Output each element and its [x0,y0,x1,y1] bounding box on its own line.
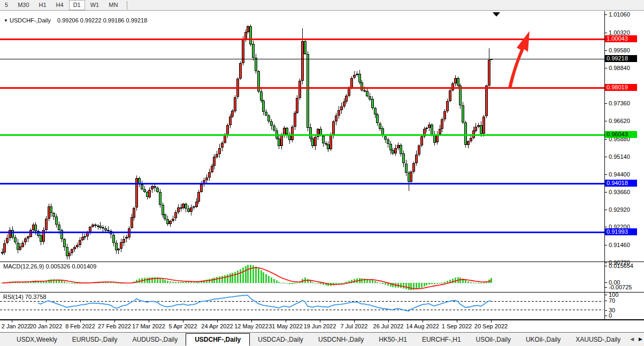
chart-tab-hk50-h1[interactable]: HK50-,H1 [372,334,414,345]
price-axis-tick [604,263,607,263]
price-axis-label: 1.01060 [609,11,630,18]
price-axis-label: 0.92920 [609,206,630,213]
price-axis-label: 0.96620 [609,118,630,124]
chart-tabs-bar: USDX,WeeklyEURUSD-,DailyAUDUSD-,DailyUSD… [0,332,644,346]
timeframe-button-w1[interactable]: W1 [86,0,104,10]
price-level-badge: 1.00043 [605,35,637,42]
price-axis-label: 0.95140 [609,153,630,160]
chart-title: ▼ USDCHF-,Daily 0.99206 0.99222 0.99186 … [4,17,147,24]
tab-scroll-arrows: ◀ ▶ [630,336,642,342]
date-axis-tick [183,320,183,322]
price-axis-tick [604,227,607,227]
price-level-badge: 0.99218 [605,55,637,62]
price-axis-tick [604,121,607,121]
title-collapse-icon[interactable]: ▼ [4,18,8,23]
date-axis-tick [354,320,355,322]
chart-symbol-period: USDCHF-,Daily [10,17,51,24]
chart-tab-usdcad-daily[interactable]: USDCAD-,Daily [251,334,310,345]
price-level-badge: 0.98019 [605,84,637,91]
price-axis-tick [604,192,607,193]
price-axis-label: 0.93660 [609,189,630,195]
chart-tab-ukoil-daily[interactable]: UKOil-,Daily [519,334,568,345]
date-axis-tick [114,320,115,322]
rsi-canvas[interactable] [0,293,604,319]
chart-tab-usoil-daily[interactable]: USOil-,Daily [469,334,518,345]
last-bar-marker-icon [493,12,500,17]
toolbar-separator [127,1,127,10]
timeframe-button-mn[interactable]: MN [104,0,122,10]
macd-axis-label: -0.00725 [609,284,632,290]
date-axis-tick [388,320,389,322]
rsi-axis-label: 0 [609,312,612,319]
timeframe-button-h4[interactable]: H4 [52,0,68,10]
chart-tab-eurusd-daily[interactable]: EURUSD-,Daily [65,334,125,345]
price-axis-tick [604,14,607,15]
timeframe-button-h1[interactable]: H1 [35,0,51,10]
date-axis-tick [286,320,286,322]
price-axis-tick [604,174,607,175]
chart-tab-usdcnh-daily[interactable]: USDCNH-,Daily [311,334,371,345]
price-axis-tick [604,157,607,157]
price-axis-label: 0.99580 [609,47,630,53]
price-axis-label: 0.98840 [609,65,630,71]
tab-scroll-left-icon[interactable]: ◀ [630,336,634,342]
timeframe-button-d1[interactable]: D1 [69,0,85,10]
rsi-indicator-pane: RSI(14) 70.3758 [0,293,644,320]
date-axis-tick [80,320,81,322]
price-level-badge: 0.94018 [605,180,637,187]
date-axis-tick [149,320,149,322]
macd-axis-label-tick [604,266,607,266]
date-axis-label: 20 Sep 2022 [467,323,515,329]
chart-tab-usdchf-daily[interactable]: USDCHF-,Daily [186,333,250,346]
macd-axis-label: 0.015654 [609,263,633,269]
date-axis-tick [251,320,252,322]
date-axis-tick [423,320,423,322]
timeframe-button-m30[interactable]: M30 [13,0,33,10]
date-axis-tick [491,320,492,322]
price-axis-tick [604,103,607,104]
rsi-axis-label-tick [604,316,607,316]
rsi-axis-label-tick [604,301,607,301]
rsi-axis-label: 70 [609,297,615,304]
horizontal-level-line[interactable] [0,134,604,136]
chart-tab-xauusd-daily[interactable]: XAUUSD-,Daily [569,334,620,345]
price-axis-tick [604,68,607,68]
price-axis-tick [604,50,607,51]
horizontal-level-line[interactable] [0,232,604,233]
rsi-label: RSI(14) 70.3758 [3,294,47,300]
price-level-badge: 0.91993 [605,228,637,235]
macd-label: MACD(12,26,9) 0.005326 0.001409 [3,263,96,270]
mt4-chart-window: 5M30H1H4D1W1MN ▼ USDCHF-,Daily 0.99206 0… [0,0,644,346]
price-axis-label: 0.97360 [609,100,630,106]
price-axis-label: 0.94400 [609,171,630,178]
timeframe-button-5[interactable]: 5 [1,0,12,10]
rsi-axis-label-tick [604,310,607,311]
rsi-axis-label-tick [604,295,607,295]
price-chart-pane: ▼ USDCHF-,Daily 0.99206 0.99222 0.99186 … [0,11,644,262]
date-axis-tick [457,320,457,322]
chart-tab-eurchf-h1[interactable]: EURCHF-,H1 [415,334,468,345]
date-axis-tick [217,320,218,322]
price-level-badge: 0.96043 [605,131,637,138]
date-axis[interactable]: 2 Jan 202220 Jan 20228 Feb 202227 Feb 20… [0,320,644,332]
date-axis-tick [320,320,320,322]
chart-tabs-row: USDX,WeeklyEURUSD-,DailyAUDUSD-,DailyUSD… [0,333,620,346]
timeframe-toolbar: 5M30H1H4D1W1MN [0,0,644,11]
macd-axis-label-tick [604,287,607,288]
chart-tab-usdx-weekly[interactable]: USDX,Weekly [10,334,64,345]
chart-ohlc-values: 0.99206 0.99222 0.99186 0.99218 [57,17,147,24]
macd-axis-label-tick [604,282,607,283]
macd-indicator-pane: MACD(12,26,9) 0.005326 0.001409 [0,262,644,293]
price-axis-tick [604,33,607,33]
horizontal-level-line[interactable] [0,183,604,184]
date-axis-tick [46,320,47,322]
tab-scroll-right-icon[interactable]: ▶ [639,336,642,342]
price-axis-tick [604,139,607,140]
price-axis-tick [604,210,607,210]
date-axis-tick [12,320,12,322]
trend-arrow-annotation[interactable] [503,29,534,90]
chart-tab-audusd-daily[interactable]: AUDUSD-,Daily [125,334,185,345]
price-axis-tick [604,245,607,245]
price-axis-label: 0.91460 [609,242,630,248]
